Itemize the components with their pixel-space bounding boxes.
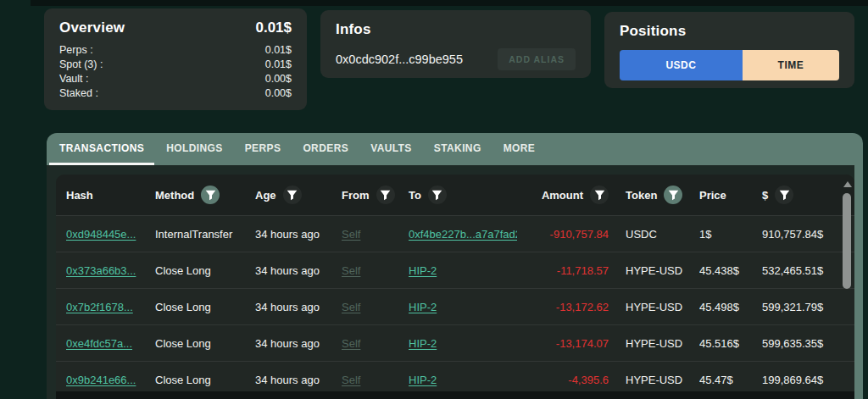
- positions-toggle: USDC TIME: [620, 50, 839, 80]
- overview-row-value: 0.01$: [265, 43, 292, 58]
- vertical-scrollbar-thumb[interactable]: [843, 193, 851, 289]
- price-cell: 45.516$: [699, 337, 762, 350]
- column-header-to: To: [409, 186, 517, 204]
- token-cell: HYPE-USD: [609, 337, 699, 350]
- method-cell: Close Long: [155, 374, 255, 386]
- price-cell: 45.47$: [699, 374, 762, 386]
- hash-link[interactable]: 0xe4fdc57a...: [66, 337, 132, 350]
- overview-row: Vault : 0.00$: [59, 72, 292, 86]
- tab-panel-body: Hash Method Age From To Amou: [47, 165, 854, 399]
- usd-value-cell: 599,321.79$: [762, 301, 832, 313]
- tab-vaults[interactable]: VAULTS: [360, 133, 422, 165]
- scroll-up-icon[interactable]: [843, 181, 852, 187]
- tab-orders[interactable]: ORDERS: [292, 133, 359, 165]
- tab-label: STAKING: [434, 142, 481, 154]
- amount-cell: -910,757.84: [517, 228, 609, 241]
- to-link[interactable]: 0xf4be227b...a7a7fad2: [409, 228, 517, 241]
- time-toggle-button[interactable]: TIME: [743, 50, 839, 80]
- horizontal-scrollbar-track[interactable]: [56, 391, 854, 399]
- tab-transactions[interactable]: TRANSACTIONS: [49, 133, 154, 165]
- usd-value-cell: 199,869.64$: [762, 374, 832, 386]
- column-header-age: Age: [255, 186, 342, 204]
- wallet-address: 0x0cdc902f...c99be955: [336, 53, 498, 66]
- amount-cell: -4,395.6: [517, 374, 609, 386]
- overview-row: Staked : 0.00$: [59, 86, 292, 101]
- to-link[interactable]: HIP-2: [409, 337, 437, 350]
- hash-link[interactable]: 0x373a66b3...: [66, 264, 136, 277]
- column-header-label: To: [409, 189, 421, 202]
- hash-link[interactable]: 0x7b2f1678...: [66, 301, 133, 313]
- usd-value-cell: 532,465.51$: [762, 264, 832, 277]
- to-link[interactable]: HIP-2: [409, 374, 437, 386]
- age-cell: 34 hours ago: [255, 264, 342, 277]
- price-cell: 1$: [699, 228, 762, 241]
- infos-title: Infos: [336, 21, 371, 38]
- tab-label: HOLDINGS: [166, 142, 223, 154]
- positions-title: Positions: [620, 23, 686, 40]
- column-header-price: Price: [699, 189, 762, 202]
- tab-more[interactable]: MORE: [493, 133, 546, 165]
- top-edge-strip: [31, 0, 868, 6]
- method-cell: Close Long: [155, 264, 255, 277]
- column-header-method: Method: [155, 186, 255, 204]
- tab-label: PERPS: [245, 142, 281, 154]
- table-body: 0xd948445e... InternalTransfer 34 hours …: [56, 215, 854, 397]
- from-link[interactable]: Self: [342, 337, 360, 350]
- to-link[interactable]: HIP-2: [409, 301, 437, 313]
- from-link[interactable]: Self: [342, 374, 360, 386]
- from-link[interactable]: Self: [342, 228, 360, 241]
- overview-row: Spot (3) : 0.01$: [59, 58, 292, 72]
- vertical-scrollbar: [843, 176, 852, 399]
- filter-icon[interactable]: [775, 186, 793, 204]
- to-link[interactable]: HIP-2: [409, 264, 437, 277]
- price-cell: 45.438$: [699, 264, 762, 277]
- filter-icon[interactable]: [428, 186, 447, 204]
- overview-row-label: Staked :: [59, 86, 98, 101]
- main-panel: TRANSACTIONS HOLDINGS PERPS ORDERS VAULT…: [47, 133, 863, 399]
- tab-staking[interactable]: STAKING: [424, 133, 492, 165]
- token-cell: HYPE-USD: [609, 374, 699, 386]
- age-cell: 34 hours ago: [255, 374, 342, 386]
- hash-link[interactable]: 0x9b241e66...: [66, 374, 136, 386]
- overview-total-value: 0.01$: [255, 19, 292, 36]
- age-cell: 34 hours ago: [255, 228, 342, 241]
- filter-icon[interactable]: [590, 186, 609, 204]
- token-cell: HYPE-USD: [609, 301, 699, 313]
- from-link[interactable]: Self: [342, 301, 360, 313]
- hash-link[interactable]: 0xd948445e...: [66, 228, 136, 241]
- age-cell: 34 hours ago: [255, 337, 342, 350]
- column-header-usd: $: [762, 186, 832, 204]
- overview-row-value: 0.00$: [265, 86, 292, 101]
- table-row: 0x373a66b3... Close Long 34 hours ago Se…: [56, 252, 854, 288]
- column-header-label: Age: [255, 189, 276, 202]
- filter-icon[interactable]: [283, 186, 302, 204]
- transactions-table: Hash Method Age From To Amou: [56, 175, 854, 399]
- filter-icon[interactable]: [664, 186, 682, 204]
- overview-row-label: Perps :: [59, 43, 93, 58]
- token-cell: HYPE-USD: [609, 264, 699, 277]
- table-row: 0x7b2f1678... Close Long 34 hours ago Se…: [56, 288, 854, 324]
- from-link[interactable]: Self: [342, 264, 360, 277]
- usdc-toggle-button[interactable]: USDC: [620, 50, 743, 80]
- column-header-label: $: [762, 189, 768, 202]
- column-header-label: Method: [155, 189, 194, 202]
- filter-icon[interactable]: [201, 186, 220, 204]
- tab-holdings[interactable]: HOLDINGS: [156, 133, 233, 165]
- column-header-amount: Amount: [517, 186, 609, 204]
- overview-breakdown: Perps : 0.01$ Spot (3) : 0.01$ Vault : 0…: [59, 43, 292, 101]
- table-row: 0xd948445e... InternalTransfer 34 hours …: [56, 215, 854, 252]
- tab-perps[interactable]: PERPS: [235, 133, 292, 165]
- column-header-hash: Hash: [66, 189, 155, 202]
- tab-label: VAULTS: [370, 142, 412, 154]
- amount-cell: -13,174.07: [517, 337, 609, 350]
- tab-label: ORDERS: [303, 142, 348, 154]
- positions-card: Positions USDC TIME: [604, 12, 854, 88]
- infos-card: Infos 0x0cdc902f...c99be955 ADD ALIAS: [320, 10, 591, 78]
- add-alias-button[interactable]: ADD ALIAS: [498, 48, 576, 70]
- overview-title: Overview: [59, 19, 125, 36]
- column-header-token: Token: [609, 186, 699, 204]
- filter-icon[interactable]: [376, 186, 395, 204]
- table-header-row: Hash Method Age From To Amou: [56, 175, 854, 215]
- method-cell: InternalTransfer: [155, 228, 255, 241]
- overview-row: Perps : 0.01$: [59, 43, 292, 58]
